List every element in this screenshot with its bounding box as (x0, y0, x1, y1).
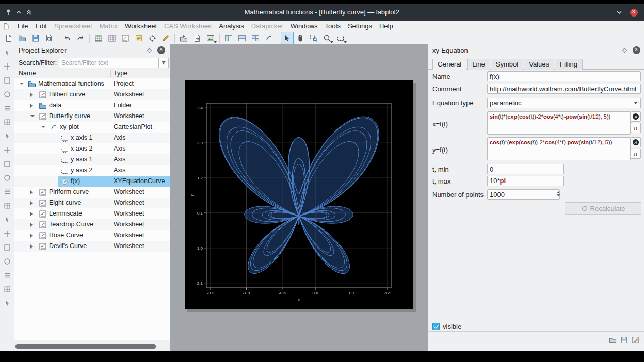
menu-cas-worksheet[interactable]: CAS Worksheet (160, 21, 215, 32)
tree-row[interactable]: Piriform curveWorksheet (14, 187, 170, 198)
filter-funnel-icon[interactable] (158, 58, 169, 68)
side-tool-square-icon[interactable] (3, 160, 11, 168)
undo-button[interactable] (61, 32, 74, 44)
tree-item-name[interactable]: Lemniscate (49, 208, 82, 219)
insert-function-button[interactable]: A (631, 137, 641, 147)
expander-open-icon[interactable] (20, 83, 24, 85)
expander-open-icon[interactable] (41, 126, 45, 128)
expander-open-icon[interactable] (30, 115, 35, 117)
save-template-icon[interactable] (619, 335, 629, 345)
tree-row[interactable]: Hilbert curveWorksheet (14, 89, 170, 100)
new-spreadsheet-button[interactable] (92, 32, 105, 44)
tree-row[interactable]: Devil's CurveWorksheet (14, 241, 170, 252)
close-icon[interactable] (630, 9, 638, 17)
menu-help[interactable]: Help (376, 21, 397, 32)
tree-row[interactable]: Mathematical functionsProject (14, 78, 170, 89)
menu-settings[interactable]: Settings (344, 21, 376, 32)
menu-worksheet[interactable]: Worksheet (121, 21, 160, 32)
tree-item-name[interactable]: Mathematical functions (38, 78, 104, 89)
tree-row[interactable]: Teardrop CurveWorksheet (14, 219, 170, 230)
tree-row[interactable]: Eight curveWorksheet (14, 198, 170, 208)
tree-item-name[interactable]: f(x) (71, 176, 80, 187)
open-file-button[interactable] (16, 32, 29, 44)
tree-row[interactable]: dataFolder (14, 100, 170, 111)
tree-item-name[interactable]: Piriform curve (49, 187, 89, 198)
expander-closed-icon[interactable] (30, 190, 33, 194)
float-panel-icon[interactable]: ◇ (622, 46, 627, 54)
expander-closed-icon[interactable] (30, 212, 33, 216)
side-tool-grid-icon[interactable] (3, 118, 11, 126)
tree-item-name[interactable]: Butterfly curve (49, 111, 90, 122)
split-view-horizontal-button[interactable] (236, 32, 249, 44)
tree-row[interactable]: LemniscateWorksheet (14, 208, 170, 219)
new-datapicker-button[interactable] (146, 32, 159, 44)
tree-row[interactable]: x axis 1Axis (14, 133, 170, 143)
insert-constant-pi-button[interactable]: π (631, 149, 641, 159)
tree-item-name[interactable]: Teardrop Curve (49, 219, 93, 230)
menu-windows[interactable]: Windows (287, 21, 321, 32)
select-mode-button[interactable] (281, 32, 294, 44)
menu-file[interactable]: File (14, 21, 32, 32)
menu-tools[interactable]: Tools (321, 21, 344, 32)
points-input[interactable] (487, 189, 560, 200)
insert-constant-pi-button[interactable]: π (631, 123, 641, 133)
menu-matrix[interactable]: Matrix (96, 21, 121, 32)
close-panel-icon[interactable] (157, 46, 165, 54)
tree-row[interactable]: Butterfly curveWorksheet (14, 111, 170, 122)
search-input[interactable] (59, 58, 164, 68)
tab-symbol[interactable]: Symbol (491, 59, 523, 70)
tmax-input[interactable]: 10*pi (487, 176, 564, 186)
points-spinner[interactable] (487, 189, 563, 200)
side-tool-lines-icon[interactable] (3, 104, 11, 112)
tab-general[interactable]: General (432, 59, 466, 70)
name-input[interactable] (487, 71, 641, 81)
expander-closed-icon[interactable] (30, 234, 33, 238)
side-tool-cross-icon[interactable] (3, 62, 11, 71)
column-name[interactable]: Name (19, 69, 36, 78)
zoom-button[interactable] (321, 32, 334, 44)
menu-datapicker[interactable]: Datapicker (248, 21, 287, 32)
tab-line[interactable]: Line (467, 59, 490, 70)
navigation-mode-button[interactable] (294, 32, 307, 44)
float-panel-icon[interactable]: ◇ (147, 46, 152, 54)
expander-closed-icon[interactable] (30, 223, 33, 227)
save-as-template-icon[interactable] (630, 335, 640, 345)
menu-analysis[interactable]: Analysis (215, 21, 247, 32)
split-view-grid-button[interactable] (249, 32, 262, 44)
equation-type-select[interactable]: parametric (487, 98, 641, 108)
comment-input[interactable] (487, 84, 641, 94)
tree-row[interactable]: ff(x)XYEquationCurve (14, 176, 170, 187)
side-tool-lines-icon[interactable] (3, 271, 11, 279)
redo-button[interactable] (74, 32, 87, 44)
draw-button[interactable] (159, 32, 172, 44)
new-matrix-button[interactable] (106, 32, 119, 44)
expander-closed-icon[interactable] (30, 93, 33, 97)
tree-row[interactable]: x axis 2Axis (14, 143, 170, 154)
tree-item-name[interactable]: x axis 1 (71, 133, 92, 143)
side-tool-grid-icon[interactable] (3, 285, 11, 293)
expander-closed-icon[interactable] (30, 201, 33, 205)
import-data-button[interactable] (178, 32, 190, 44)
collapse-chevron-icon[interactable] (615, 8, 623, 17)
tree-row[interactable]: y axis 2Axis (14, 165, 170, 176)
column-type[interactable]: Type (114, 69, 127, 78)
tmin-input[interactable] (487, 164, 564, 174)
tree-item-name[interactable]: Hilbert curve (49, 89, 85, 100)
insert-function-button[interactable]: A (631, 111, 641, 122)
new-worksheet-button[interactable] (119, 32, 132, 44)
side-tool-arrow-icon[interactable] (3, 48, 11, 57)
tree-column-header[interactable]: Name Type (14, 69, 170, 78)
side-tool-cross-icon[interactable] (3, 229, 11, 238)
tree-item-name[interactable]: Devil's Curve (49, 241, 87, 252)
side-tool-cross-icon[interactable] (3, 146, 11, 154)
scrollbar-thumb[interactable] (15, 344, 156, 349)
split-view-vertical-button[interactable] (222, 32, 235, 44)
new-file-button[interactable] (3, 32, 15, 44)
print-preview-button[interactable] (43, 32, 56, 44)
tree-item-name[interactable]: Rose Curve (49, 230, 83, 241)
side-tool-arrow-icon[interactable] (3, 299, 11, 307)
side-tool-lines-icon[interactable] (3, 188, 11, 196)
tree-item-name[interactable]: Eight curve (49, 198, 82, 208)
load-template-folder-icon[interactable] (607, 335, 618, 345)
tree-item-name[interactable]: y axis 2 (71, 165, 92, 176)
